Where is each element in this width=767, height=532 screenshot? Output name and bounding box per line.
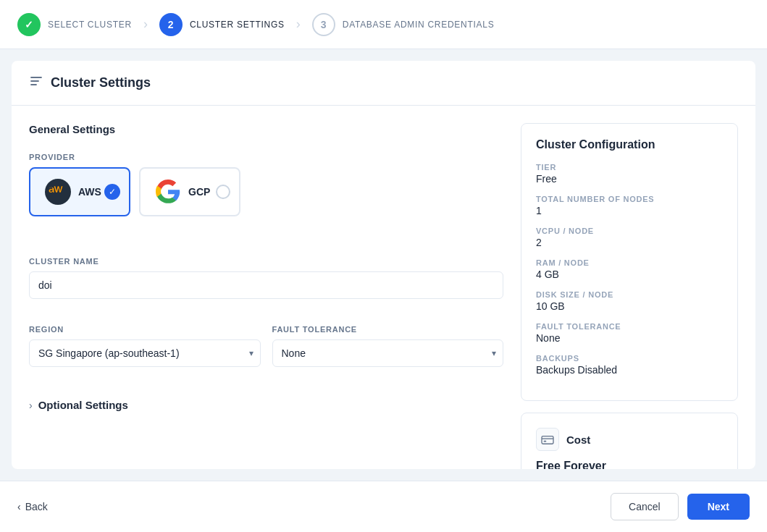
cost-label: Cost xyxy=(566,434,590,446)
nodes-value: 1 xyxy=(536,205,723,216)
step-3-circle: 3 xyxy=(312,13,335,36)
backups-label: BACKUPS xyxy=(536,354,723,363)
settings-icon xyxy=(29,74,43,92)
footer: ‹ Back Cancel Next xyxy=(0,481,767,532)
config-tier: TIER Free xyxy=(536,163,723,185)
provider-field: PROVIDER AWS ✓ xyxy=(29,153,503,231)
svg-rect-1 xyxy=(544,441,547,442)
next-button[interactable]: Next xyxy=(687,494,750,520)
cluster-name-input[interactable] xyxy=(29,271,503,299)
config-nodes: TOTAL NUMBER OF NODES 1 xyxy=(536,195,723,216)
arrow-2: › xyxy=(296,17,301,32)
arrow-1: › xyxy=(143,17,148,32)
optional-settings-label: Optional Settings xyxy=(38,399,128,411)
gcp-label: GCP xyxy=(188,186,210,198)
nodes-label: TOTAL NUMBER OF NODES xyxy=(536,195,723,203)
provider-grid: AWS ✓ xyxy=(29,167,503,216)
ram-value: 4 GB xyxy=(536,269,723,280)
cluster-name-field: CLUSTER NAME xyxy=(29,257,503,299)
cost-value: Free Forever xyxy=(536,460,723,469)
aws-label: AWS xyxy=(78,186,101,198)
fault-tolerance-field: FAULT TOLERANCE None ▾ xyxy=(272,325,504,367)
step-cluster-settings: 2 CLUSTER SETTINGS xyxy=(159,13,285,36)
back-label: Back xyxy=(25,501,48,512)
cancel-button[interactable]: Cancel xyxy=(611,493,679,520)
general-settings-title: General Settings xyxy=(29,123,503,135)
provider-label: PROVIDER xyxy=(29,153,503,161)
step-1-circle: ✓ xyxy=(17,13,41,36)
gcp-radio-icon xyxy=(216,185,230,199)
config-fault: FAULT TOLERANCE None xyxy=(536,322,723,344)
right-panel: Cluster Configuration TIER Free TOTAL NU… xyxy=(521,123,738,452)
vcpu-label: vCPU / NODE xyxy=(536,227,723,235)
config-backups: BACKUPS Backups Disabled xyxy=(536,354,723,376)
page-body: General Settings PROVIDER AWS xyxy=(12,106,755,469)
region-field: REGION SG Singapore (ap-southeast-1) ▾ xyxy=(29,325,261,367)
optional-settings-chevron-icon: › xyxy=(29,400,33,411)
disk-value: 10 GB xyxy=(536,300,723,312)
region-label: REGION xyxy=(29,325,261,334)
step-3-label: DATABASE ADMIN CREDENTIALS xyxy=(343,20,495,30)
cost-header: Cost xyxy=(536,428,723,451)
aws-logo xyxy=(45,179,71,205)
aws-check-icon: ✓ xyxy=(104,184,120,200)
step-db-admin: 3 DATABASE ADMIN CREDENTIALS xyxy=(312,13,495,36)
cost-card: Cost Free Forever xyxy=(521,413,738,469)
optional-settings-toggle[interactable]: › Optional Settings xyxy=(29,393,503,417)
cluster-name-label: CLUSTER NAME xyxy=(29,257,503,266)
step-2-circle: 2 xyxy=(159,13,183,36)
region-select[interactable]: SG Singapore (ap-southeast-1) xyxy=(29,339,261,367)
cluster-config-card: Cluster Configuration TIER Free TOTAL NU… xyxy=(521,123,738,401)
backups-value: Backups Disabled xyxy=(536,364,723,376)
fault-tolerance-select-wrapper: None ▾ xyxy=(272,339,504,367)
gcp-logo xyxy=(155,179,181,205)
fault-tolerance-label: FAULT TOLERANCE xyxy=(272,325,504,334)
svg-rect-0 xyxy=(542,436,553,444)
config-vcpu: vCPU / NODE 2 xyxy=(536,227,723,248)
config-ram: RAM / NODE 4 GB xyxy=(536,258,723,280)
fault-tolerance-select[interactable]: None xyxy=(272,339,504,367)
page-card: Cluster Settings General Settings PROVID… xyxy=(12,61,755,469)
page-title: Cluster Settings xyxy=(51,75,151,90)
gcp-provider-card[interactable]: GCP xyxy=(139,167,240,216)
cluster-config-title: Cluster Configuration xyxy=(536,138,723,151)
step-1-label: SELECT CLUSTER xyxy=(48,20,132,30)
aws-provider-card[interactable]: AWS ✓ xyxy=(29,167,130,216)
footer-right: Cancel Next xyxy=(611,493,750,520)
page-header: Cluster Settings xyxy=(12,61,755,106)
tier-value: Free xyxy=(536,173,723,185)
disk-label: DISK SIZE / NODE xyxy=(536,290,723,299)
step-2-label: CLUSTER SETTINGS xyxy=(190,20,285,30)
ram-label: RAM / NODE xyxy=(536,258,723,267)
fault-label: FAULT TOLERANCE xyxy=(536,322,723,331)
main-content: Cluster Settings General Settings PROVID… xyxy=(0,49,767,481)
tier-label: TIER xyxy=(536,163,723,172)
back-button[interactable]: ‹ Back xyxy=(17,501,48,512)
step-select-cluster: ✓ SELECT CLUSTER xyxy=(17,13,132,36)
config-disk: DISK SIZE / NODE 10 GB xyxy=(536,290,723,312)
cost-icon xyxy=(536,428,559,451)
region-fault-row: REGION SG Singapore (ap-southeast-1) ▾ F… xyxy=(29,325,503,379)
region-select-wrapper: SG Singapore (ap-southeast-1) ▾ xyxy=(29,339,261,367)
stepper: ✓ SELECT CLUSTER › 2 CLUSTER SETTINGS › … xyxy=(0,0,767,49)
fault-value: None xyxy=(536,332,723,344)
left-panel: General Settings PROVIDER AWS xyxy=(29,123,503,452)
vcpu-value: 2 xyxy=(536,237,723,248)
back-chevron-icon: ‹ xyxy=(17,501,21,512)
